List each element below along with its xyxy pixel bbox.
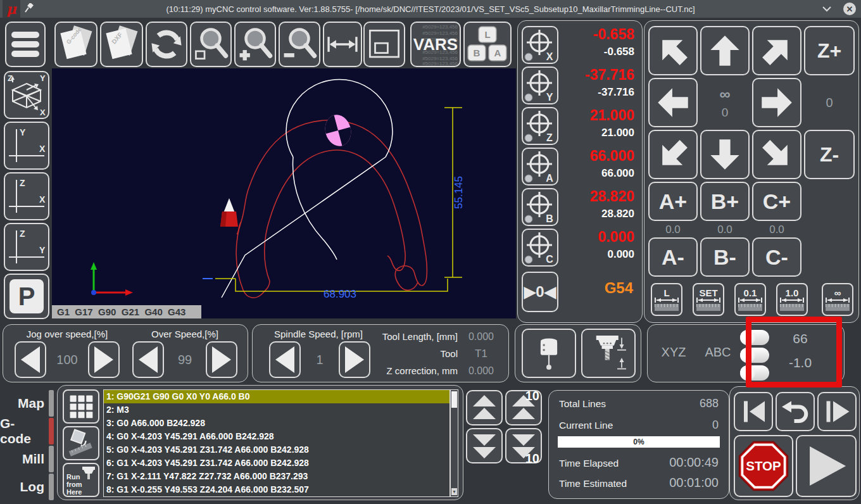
play-button[interactable]: [796, 435, 857, 497]
rotate-measure-button[interactable]: [63, 426, 99, 460]
view-3d-button[interactable]: ZYX: [4, 71, 49, 119]
jog-down-right-button[interactable]: [752, 130, 801, 179]
arrow-up-left-icon: [649, 27, 697, 75]
crosshair-icon: Z: [523, 108, 557, 144]
tab-map[interactable]: Map: [0, 390, 56, 417]
view-yx-button[interactable]: YX: [4, 122, 49, 170]
jog-c-minus-button[interactable]: C-: [752, 237, 801, 277]
jog-a-plus-button[interactable]: A+: [648, 182, 698, 221]
gcode-line[interactable]: 3: G0 A66.000 B242.928: [104, 417, 449, 430]
crosshair-icon: C: [523, 230, 557, 265]
jog-speed-up-button[interactable]: [88, 341, 120, 378]
tab-indicator-active: [49, 418, 54, 444]
step-10-label: 10: [525, 389, 539, 403]
jog-up-right-button[interactable]: [752, 26, 801, 75]
axis-c-button[interactable]: C: [522, 229, 558, 267]
step-1-0-button[interactable]: 1.0: [776, 283, 808, 316]
touch-probe-button[interactable]: [522, 329, 576, 378]
step-forward-button[interactable]: [817, 392, 857, 431]
gcode-line[interactable]: 7: G1 X-2.111 Y47.822 Z27.732 A66.000 B2…: [104, 470, 449, 483]
scrollbar-thumb[interactable]: [451, 391, 457, 408]
jog-up-left-button[interactable]: [648, 26, 698, 75]
jog-left-button[interactable]: [648, 78, 698, 127]
gcode-line[interactable]: 6: G1 X-4.203 Y45.291 Z31.742 A66.000 B2…: [104, 457, 449, 470]
tool-value: T1: [462, 348, 501, 360]
open-gcode-button[interactable]: G-code: [54, 22, 97, 67]
line-down-button[interactable]: [466, 428, 503, 463]
x-machine-value: -0.658: [593, 26, 634, 42]
jog-step-infinite-indicator: ∞ 0: [700, 78, 750, 127]
spindle-speed-label: Spindle Speed, [rpm]: [261, 329, 375, 339]
jog-up-button[interactable]: [700, 26, 750, 75]
jog-z-plus-button[interactable]: Z+: [804, 26, 855, 75]
gcode-line[interactable]: 8: G1 X-0.255 Y49.553 Z24.204 A66.000 B2…: [104, 483, 449, 496]
rewind-start-button[interactable]: [734, 392, 773, 431]
gcode-list[interactable]: 1: G90G21 G90 G0 X0 Y0 A66.0 B0 2: M3 3:…: [103, 389, 450, 497]
crosshair-icon: B: [523, 189, 557, 225]
menu-button[interactable]: [5, 22, 46, 67]
gcode-line-current[interactable]: 1: G90G21 G90 G0 X0 Y0 A66.0 B0: [104, 390, 449, 403]
gcode-line[interactable]: 5: G0 X-4.203 Y45.291 Z31.742 A66.000 B2…: [104, 443, 449, 457]
measure-width-button[interactable]: [323, 22, 362, 67]
jog-a-minus-button[interactable]: A-: [648, 237, 698, 277]
jog-b-minus-button[interactable]: B-: [700, 237, 750, 277]
chevron-down-icon[interactable]: [822, 5, 832, 13]
jog-b-plus-button[interactable]: B+: [700, 182, 750, 221]
toolpath-viewport[interactable]: 68.903 55.145 G1 G17 G90 G21 G40 G43: [52, 68, 516, 318]
hamburger-icon: [9, 25, 42, 63]
axis-b-button[interactable]: B: [522, 188, 558, 226]
run-from-here-button[interactable]: Run from Here: [63, 463, 99, 497]
grid-view-button[interactable]: [63, 389, 99, 424]
reset-back-button[interactable]: [776, 392, 815, 431]
zoom-fit-button[interactable]: [190, 22, 232, 67]
gcode-scrollbar[interactable]: ▼: [450, 389, 458, 497]
line-down-10-button[interactable]: 10: [505, 428, 542, 463]
tab-mill[interactable]: Mill: [0, 446, 56, 472]
step-forward-icon: [822, 396, 852, 427]
jog-speed-down-button[interactable]: [15, 341, 46, 378]
tab-log[interactable]: Log: [0, 474, 56, 500]
current-line-row: Current Line0: [559, 419, 719, 432]
reload-button[interactable]: [146, 22, 187, 67]
ruler-icon: [826, 304, 850, 311]
view-zx-button[interactable]: ZX: [4, 172, 49, 220]
line-up-button[interactable]: [466, 390, 503, 425]
line-up-10-button[interactable]: 10: [505, 390, 542, 425]
gcode-line[interactable]: 2: M3: [104, 403, 449, 417]
keyboard-button[interactable]: LBA: [463, 22, 512, 67]
close-icon[interactable]: ✕: [843, 3, 856, 15]
bounds-button[interactable]: [363, 22, 405, 67]
jog-over-speed-label: Jog over speed,[%]: [15, 329, 120, 339]
over-speed-label: Over Speed,[%]: [132, 329, 237, 339]
axis-y-button[interactable]: Y: [522, 66, 558, 104]
jog-down-button[interactable]: [700, 130, 750, 179]
stop-button[interactable]: STOP: [734, 435, 793, 497]
zoom-out-button[interactable]: [279, 22, 320, 67]
axis-z-button[interactable]: Z: [522, 107, 558, 145]
open-dxf-button[interactable]: DXF: [100, 22, 143, 67]
axis-x-button[interactable]: X: [522, 26, 558, 64]
jog-right-button[interactable]: [752, 78, 801, 127]
vars-button[interactable]: #5029=123,456 #5029=123,456 #5029=123,45…: [410, 22, 461, 67]
tab-gcode[interactable]: G-code: [0, 418, 56, 444]
zero-all-button[interactable]: ▶0◀: [522, 272, 558, 312]
step-L-button[interactable]: L: [651, 283, 682, 316]
jog-z-minus-button[interactable]: Z-: [804, 130, 855, 179]
a-machine-value: 66.000: [590, 148, 634, 164]
jog-c-plus-button[interactable]: C+: [752, 182, 801, 221]
step-set-button[interactable]: SET: [693, 283, 724, 316]
axis-a-button[interactable]: A: [522, 148, 558, 186]
step-0-1-button[interactable]: 0.1: [734, 283, 766, 316]
over-speed-up-button[interactable]: [206, 341, 237, 378]
view-zy-button[interactable]: ZY: [4, 223, 49, 271]
over-speed-down-button[interactable]: [132, 341, 164, 378]
gcode-line[interactable]: 4: G0 X-4.203 Y45.291 A66.000 B242.928: [104, 430, 449, 443]
step-infinite-button[interactable]: ∞: [822, 283, 853, 316]
spindle-speed-down-button[interactable]: [269, 341, 301, 378]
park-button[interactable]: P: [4, 274, 49, 319]
tool-length-sensor-button[interactable]: [581, 329, 636, 378]
jog-down-left-button[interactable]: [648, 130, 698, 179]
zoom-in-button[interactable]: [234, 22, 276, 67]
spindle-speed-up-button[interactable]: [339, 341, 370, 378]
scrollbar-down-arrow[interactable]: ▼: [451, 488, 457, 495]
